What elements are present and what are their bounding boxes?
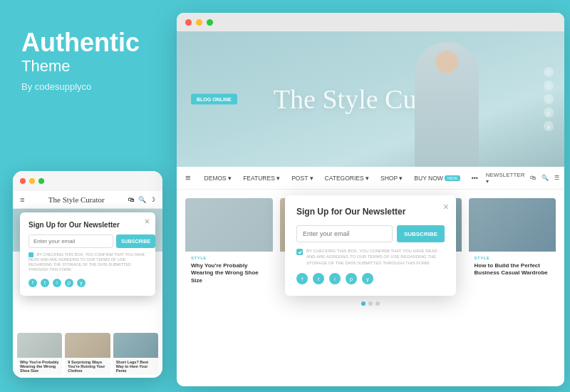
desktop-main-area: STYLE Why You're Probably Wearing the Wr… <box>177 190 564 309</box>
theme-subtitle: Theme <box>21 57 153 76</box>
desktop-hero-social-icons: f t i p y <box>544 67 554 131</box>
mobile-social-youtube-icon[interactable]: y <box>77 279 86 287</box>
mobile-blog-cards: Why You're Probably Wearing the Wrong Sh… <box>13 330 162 378</box>
desktop-popup-close-button[interactable]: × <box>443 201 449 212</box>
mobile-checkbox[interactable] <box>28 252 33 257</box>
mobile-dot-red <box>20 178 26 184</box>
mobile-top-bar <box>13 171 162 191</box>
desktop-social-instagram-icon[interactable]: i <box>329 273 341 284</box>
desktop-popup-checkbox-row: BY CHECKING THIS BOX, YOU CONFIRM THAT Y… <box>296 248 445 266</box>
desktop-nav-badge: NEW <box>445 175 460 181</box>
mobile-social-facebook-icon[interactable]: f <box>28 279 37 287</box>
mobile-header: ≡ The Style Curator 🛍 🔍 ☽ <box>13 191 162 209</box>
mobile-blog-card-title-2: 9 Surprising Ways You're Ruining Your Cl… <box>65 358 110 375</box>
mobile-blog-card-image-2 <box>65 333 110 358</box>
mobile-popup-social-icons: f t i p y <box>28 279 147 287</box>
desktop-nav-demos[interactable]: DEMOS ▾ <box>200 175 237 182</box>
mobile-popup-title: Sign Up for Our Newsletter <box>28 221 147 229</box>
desktop-nav-features[interactable]: FEATURES ▾ <box>238 175 285 182</box>
desktop-email-input[interactable] <box>296 225 393 242</box>
hero-social-tw-icon: t <box>544 81 554 91</box>
desktop-nav-more[interactable]: ••• <box>467 175 483 182</box>
desktop-newsletter-popup: × Sign Up for Our Newsletter SUBSCRIBE B… <box>285 195 456 296</box>
mobile-bag-icon: 🛍 <box>128 196 135 203</box>
mobile-blog-card-image-1 <box>17 333 62 358</box>
mobile-social-twitter-icon[interactable]: t <box>41 279 49 287</box>
desktop-hero-person-head <box>435 51 458 73</box>
dot-indicator-3[interactable] <box>375 301 380 306</box>
mobile-popup-close-button[interactable]: × <box>145 217 150 227</box>
desktop-popup-input-row: SUBSCRIBE <box>296 225 445 242</box>
desktop-blog-card-image-4 <box>469 198 556 252</box>
desktop-nav-cart-icon[interactable]: 🛍 <box>530 175 536 181</box>
desktop-social-pinterest-icon[interactable]: p <box>346 273 357 284</box>
dot-indicator-1[interactable] <box>361 301 366 306</box>
desktop-dot-yellow <box>196 19 202 26</box>
desktop-nav-shop[interactable]: SHOP ▾ <box>375 175 408 182</box>
desktop-popup-social-icons: f t i p y <box>296 273 445 284</box>
hero-social-yt-icon: y <box>544 121 554 131</box>
dot-indicator-2[interactable] <box>368 301 373 306</box>
desktop-dot-red <box>185 19 192 26</box>
mobile-header-icons: 🛍 🔍 ☽ <box>128 196 155 203</box>
desktop-popup-checkbox-text: BY CHECKING THIS BOX, YOU CONFIRM THAT Y… <box>306 248 445 266</box>
desktop-nav-post[interactable]: POST ▾ <box>286 175 318 182</box>
desktop-popup-title: Sign Up for Our Newsletter <box>296 207 445 217</box>
mobile-content: ≡ The Style Curator 🛍 🔍 ☽ × Sign Up for … <box>13 191 162 378</box>
desktop-blog-card-title-4: How to Build the Perfect Business Casual… <box>469 262 556 283</box>
desktop-hero-cta-button[interactable]: BLOG ONLINE <box>191 94 237 105</box>
mobile-mockup: ≡ The Style Curator 🛍 🔍 ☽ × Sign Up for … <box>13 171 162 378</box>
desktop-social-twitter-icon[interactable]: t <box>313 273 324 284</box>
desktop-nav-menu-icon[interactable]: ☰ <box>554 175 559 181</box>
theme-name: Authentic <box>21 29 153 57</box>
desktop-nav-newsletter[interactable]: NEWSLETTER ▾ <box>486 172 525 185</box>
desktop-nav-buynow[interactable]: BUY NOW NEW <box>409 175 465 182</box>
mobile-blog-card-1: Why You're Probably Wearing the Wrong Sh… <box>17 333 62 375</box>
hero-social-fb-icon: f <box>544 67 554 77</box>
mobile-hamburger-icon: ≡ <box>20 195 24 204</box>
desktop-nav: ≡ DEMOS ▾ FEATURES ▾ POST ▾ CATEGORIES ▾… <box>177 167 564 190</box>
hero-social-pt-icon: p <box>544 108 554 118</box>
mobile-social-pinterest-icon[interactable]: p <box>65 279 73 287</box>
hero-social-ig-icon: i <box>544 94 554 104</box>
desktop-top-bar <box>177 13 564 31</box>
desktop-nav-right: NEWSLETTER ▾ 🛍 🔍 ☰ <box>486 172 560 185</box>
mobile-newsletter-popup: × Sign Up for Our Newsletter SUBSCRIBE B… <box>20 212 155 296</box>
desktop-dot-indicators <box>177 299 564 309</box>
left-panel: Authentic Theme By codesupplyco ≡ The St… <box>0 0 175 392</box>
desktop-hero: The Style Curator BLOG ONLINE f t i p y <box>177 31 564 167</box>
mobile-blog-card-title-1: Why You're Probably Wearing the Wrong Sh… <box>17 358 62 375</box>
desktop-social-youtube-icon[interactable]: y <box>362 273 373 284</box>
desktop-content: The Style Curator BLOG ONLINE f t i p y … <box>177 31 564 386</box>
mobile-blog-card-title-3: Short Legs? Best Way to Hem Your Pants <box>113 358 158 375</box>
desktop-social-facebook-icon[interactable]: f <box>296 273 308 284</box>
desktop-hamburger-icon[interactable]: ≡ <box>185 172 191 183</box>
mobile-logo: The Style Curator <box>48 195 105 204</box>
desktop-hero-person <box>415 42 479 167</box>
mobile-moon-icon: ☽ <box>150 196 155 203</box>
desktop-blog-card-title-1: Why You're Probably Wearing the Wrong Sh… <box>185 262 273 290</box>
mobile-social-instagram-icon[interactable]: i <box>53 279 61 287</box>
desktop-dot-green <box>207 19 213 26</box>
mobile-blog-card-2: 9 Surprising Ways You're Ruining Your Cl… <box>65 333 110 375</box>
mobile-search-icon: 🔍 <box>138 196 146 203</box>
mobile-dot-yellow <box>29 178 35 184</box>
mobile-popup-input-row: SUBSCRIBE <box>28 234 147 248</box>
mobile-blog-card-3: Short Legs? Best Way to Hem Your Pants <box>113 333 158 375</box>
mobile-popup-checkbox-text: BY CHECKING THIS BOX, YOU CONFIRM THAT Y… <box>28 252 147 273</box>
desktop-subscribe-button[interactable]: SUBSCRIBE <box>397 225 445 242</box>
desktop-blog-card-4: STYLE How to Build the Perfect Business … <box>469 198 556 290</box>
mobile-dot-green <box>38 178 44 184</box>
desktop-checkbox[interactable] <box>296 249 303 255</box>
mobile-blog-card-image-3 <box>113 333 158 358</box>
mobile-email-input[interactable] <box>28 234 113 248</box>
desktop-blog-card-category-1: STYLE <box>191 256 267 260</box>
desktop-blog-card-1: STYLE Why You're Probably Wearing the Wr… <box>185 198 273 290</box>
mobile-subscribe-button[interactable]: SUBSCRIBE <box>116 234 155 248</box>
theme-by: By codesupplyco <box>21 81 153 92</box>
desktop-blog-card-image-1 <box>185 198 273 252</box>
desktop-blog-card-category-4: STYLE <box>475 256 551 260</box>
desktop-nav-categories[interactable]: CATEGORIES ▾ <box>320 175 374 182</box>
desktop-mockup: The Style Curator BLOG ONLINE f t i p y … <box>177 13 564 386</box>
desktop-nav-search-icon[interactable]: 🔍 <box>542 175 549 181</box>
